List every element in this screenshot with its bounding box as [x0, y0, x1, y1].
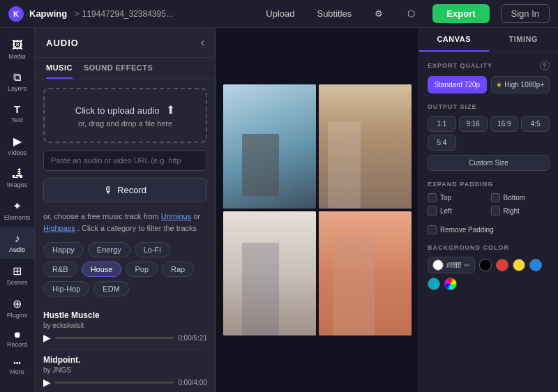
subtitles-button[interactable]: Subtitles	[311, 6, 357, 22]
topbar: K Kapwing > 119447294_32384395... Upload…	[0, 0, 558, 28]
color-input-wrap: #ffffff ✏	[428, 257, 475, 273]
track-author: by eckskwisit	[43, 322, 207, 329]
sidebar-item-label: More	[10, 368, 24, 375]
padding-top[interactable]: Top	[428, 193, 487, 202]
right-panel: CANVAS TIMING EXPORT QUALITY ? Standard …	[418, 28, 558, 392]
sidebar-item-label: Elements	[4, 214, 31, 221]
settings-icon[interactable]: ⚙	[368, 3, 389, 24]
track-play-button[interactable]: ▶	[43, 377, 51, 388]
images-icon: 🏞	[12, 167, 23, 180]
progress-bar[interactable]	[55, 382, 174, 384]
unminus-link[interactable]: Unminus	[161, 212, 191, 220]
right-panel-body: EXPORT QUALITY ? Standard 720p ★ High 10…	[419, 52, 558, 392]
genre-tag-pop[interactable]: Pop	[126, 262, 158, 277]
color-gradient-picker[interactable]	[444, 278, 457, 290]
track-play-button[interactable]: ▶	[43, 332, 51, 343]
more-icon: •••	[13, 359, 21, 367]
media-icon: 🖼	[12, 39, 23, 52]
sidebar-item-layers[interactable]: ⧉ Layers	[0, 66, 34, 98]
signin-button[interactable]: Sign In	[501, 4, 550, 23]
genre-tag-happy[interactable]: Happy	[43, 242, 84, 257]
canvas-image-4	[319, 211, 412, 336]
url-input[interactable]	[43, 150, 207, 171]
genre-tag-house[interactable]: House	[82, 262, 122, 277]
sidebar-item-record[interactable]: ⏺ Record	[0, 324, 34, 354]
track-item-1: Hustle Muscle by eckskwisit ▶ 0:00/5:21	[43, 305, 207, 349]
share-icon[interactable]: ⬡	[400, 3, 421, 24]
canvas-image-1	[223, 84, 316, 209]
track-name: Hustle Muscle	[43, 310, 207, 320]
size-1-1-button[interactable]: 1:1	[428, 116, 456, 132]
remove-padding-checkbox[interactable]	[428, 225, 437, 234]
breadcrumb-sep: >	[74, 8, 80, 19]
custom-size-button[interactable]: Custom Size	[428, 155, 550, 171]
size-5-4-button[interactable]: 5:4	[428, 135, 456, 151]
color-row: #ffffff ✏	[428, 257, 550, 290]
genre-tag-energy[interactable]: Energy	[88, 242, 130, 257]
sidebar-item-text[interactable]: T Text	[0, 98, 34, 129]
audio-panel-close-button[interactable]: ‹	[201, 36, 204, 49]
color-hex-value: #ffffff	[446, 262, 461, 269]
sidebar-item-more[interactable]: ••• More	[0, 354, 34, 381]
highpass-link[interactable]: Highpass	[43, 224, 75, 232]
help-icon[interactable]: ?	[540, 61, 550, 70]
sidebar-item-media[interactable]: 🖼 Media	[0, 33, 34, 66]
export-button[interactable]: Export	[432, 4, 489, 23]
sidebar-item-label: Layers	[8, 85, 27, 92]
color-swatch-red[interactable]	[496, 259, 508, 271]
scenes-icon: ⊞	[13, 264, 22, 278]
upload-box-sub-text: or, drag and drop a file here	[56, 119, 195, 128]
topbar-actions: Upload Subtitles ⚙ ⬡ Export Sign In	[260, 3, 550, 24]
padding-left-checkbox[interactable]	[428, 206, 437, 216]
genre-tag-rb[interactable]: R&B	[43, 262, 77, 277]
main-layout: 🖼 Media ⧉ Layers T Text ▶ Videos 🏞 Image…	[0, 28, 558, 392]
size-16-9-button[interactable]: 16:9	[490, 116, 519, 132]
padding-bottom-checkbox[interactable]	[491, 193, 500, 202]
color-swatch[interactable]	[432, 259, 444, 271]
upload-audio-box[interactable]: Click to upload audio ⬆ or, drag and dro…	[43, 88, 207, 143]
tab-music[interactable]: MUSIC	[46, 63, 73, 79]
padding-right[interactable]: Right	[491, 206, 550, 216]
genre-tag-hip-hop[interactable]: Hip-Hop	[43, 281, 89, 296]
sidebar-item-audio[interactable]: ♪ Audio	[0, 227, 34, 259]
quality-high-button[interactable]: ★ High 1080p+	[491, 76, 550, 93]
color-edit-icon[interactable]: ✏	[464, 261, 470, 270]
app-logo: K	[8, 6, 24, 22]
padding-right-checkbox[interactable]	[491, 206, 500, 216]
color-swatch-black[interactable]	[479, 259, 492, 271]
sidebar-item-elements[interactable]: ✦ Elements	[0, 194, 34, 227]
color-swatch-cyan[interactable]	[428, 278, 440, 290]
text-icon: T	[14, 103, 20, 115]
sidebar-item-images[interactable]: 🏞 Images	[0, 162, 34, 194]
genre-tag-edm[interactable]: EDM	[93, 281, 128, 296]
color-swatch-blue[interactable]	[529, 259, 542, 271]
upload-button[interactable]: Upload	[260, 6, 300, 22]
tab-sound-effects[interactable]: SOUND EFFECTS	[84, 63, 153, 79]
sidebar-item-scenes[interactable]: ⊞ Scenes	[0, 259, 34, 292]
color-swatch-yellow[interactable]	[513, 259, 525, 271]
audio-panel-body: Click to upload audio ⬆ or, drag and dro…	[35, 80, 216, 392]
quality-standard-button[interactable]: Standard 720p	[428, 76, 487, 93]
audio-panel-header: AUDIO ‹	[35, 28, 216, 58]
canvas-area	[216, 28, 418, 392]
track-name: Midpoint.	[43, 355, 207, 365]
audio-icon: ♪	[15, 232, 20, 245]
padding-bottom[interactable]: Bottom	[491, 193, 550, 202]
genre-tag-rap[interactable]: Rap	[162, 262, 194, 277]
sidebar-item-videos[interactable]: ▶ Videos	[0, 129, 34, 162]
padding-left[interactable]: Left	[428, 206, 487, 216]
quality-buttons: Standard 720p ★ High 1080p+	[428, 76, 550, 93]
record-button[interactable]: 🎙 Record	[43, 178, 207, 202]
progress-bar[interactable]	[55, 337, 174, 339]
remove-padding[interactable]: Remove Padding	[428, 225, 550, 234]
expand-padding-label: EXPAND PADDING	[428, 181, 550, 188]
size-9-16-button[interactable]: 9:16	[459, 116, 488, 132]
tab-timing[interactable]: TIMING	[489, 28, 559, 52]
padding-top-checkbox[interactable]	[428, 193, 437, 202]
audio-panel: AUDIO ‹ MUSIC SOUND EFFECTS Click to upl…	[35, 28, 216, 392]
tab-canvas[interactable]: CANVAS	[419, 28, 489, 52]
sidebar-item-plugins[interactable]: ⊕ Plugins	[0, 292, 34, 324]
sidebar-item-label: Text	[11, 116, 23, 123]
genre-tag-lofi[interactable]: Lo-Fi	[135, 242, 170, 257]
size-4-5-button[interactable]: 4:5	[521, 116, 550, 132]
